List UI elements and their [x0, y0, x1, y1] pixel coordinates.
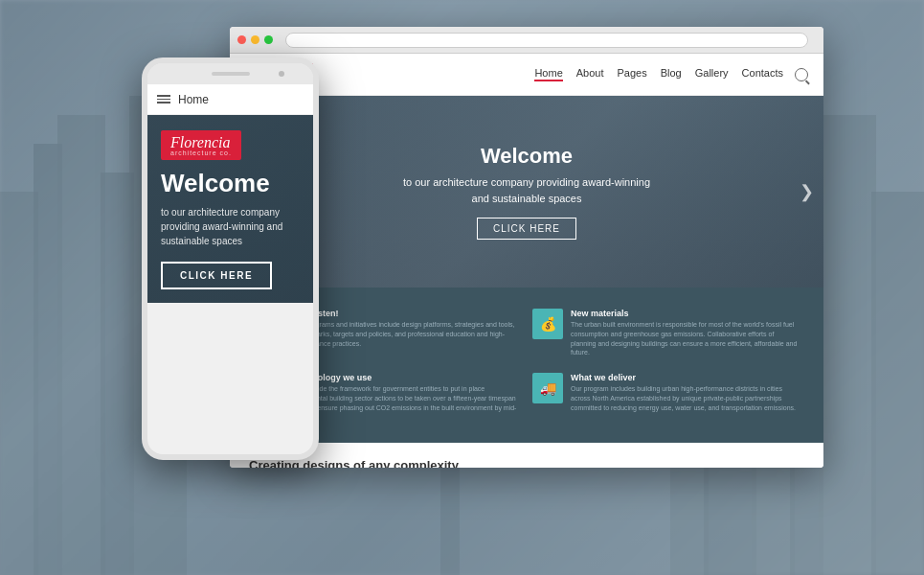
site-nav: Florencia Home About Pages Blog Gallery …	[230, 54, 823, 96]
features-grid: 📢 Just listen! Our programs and initiati…	[230, 288, 823, 443]
mobile-camera	[279, 71, 284, 77]
browser-close-dot[interactable]	[237, 35, 246, 44]
feature-desc-1: The urban built environment is responsib…	[571, 320, 799, 357]
search-icon[interactable]	[795, 68, 808, 81]
hero-section: ❮ Welcome to our architecture company pr…	[230, 96, 823, 288]
nav-contacts[interactable]: Contacts	[742, 67, 783, 81]
nav-home[interactable]: Home	[534, 67, 562, 81]
about-section: Creating designs of any complexity With …	[230, 443, 823, 468]
mobile-speaker	[212, 72, 250, 76]
mobile-hero-title: Welcome	[161, 170, 300, 197]
mobile-logo-box: Florencia architecture co.	[161, 130, 241, 160]
mobile-cta-button[interactable]: CLICK HERE	[161, 262, 272, 289]
desktop-mockup: Florencia Home About Pages Blog Gallery …	[230, 27, 823, 468]
browser-maximize-dot[interactable]	[264, 35, 273, 44]
svg-rect-4	[57, 115, 105, 575]
feature-desc-2: We provide the framework for government …	[293, 384, 521, 422]
hero-cta-button[interactable]: CLICK HERE	[477, 218, 576, 240]
nav-pages[interactable]: Pages	[618, 67, 647, 81]
hamburger-menu-icon[interactable]	[157, 95, 170, 104]
nav-blog[interactable]: Blog	[661, 67, 682, 81]
hero-next-button[interactable]: ❯	[800, 181, 814, 202]
feature-title-0: Just listen!	[293, 309, 521, 318]
mobile-hero: Florencia architecture co. Welcome to ou…	[147, 115, 313, 303]
site-content: Florencia Home About Pages Blog Gallery …	[230, 54, 823, 468]
svg-rect-5	[101, 172, 134, 575]
hero-title: Welcome	[481, 144, 573, 169]
nav-about[interactable]: About	[576, 67, 604, 81]
feature-item-3: 🚚 What we deliver Our program includes b…	[527, 365, 804, 429]
mobile-nav-title: Home	[178, 93, 209, 106]
about-title: Creating designs of any complexity	[249, 458, 661, 468]
mobile-notch	[147, 63, 313, 84]
nav-links: Home About Pages Blog Gallery Contacts	[534, 67, 783, 81]
browser-url-bar[interactable]	[285, 33, 808, 48]
svg-rect-11	[819, 115, 876, 575]
svg-rect-2	[0, 192, 38, 575]
truck-icon: 🚚	[532, 373, 563, 403]
mobile-logo: Florencia	[170, 134, 231, 150]
mobile-mockup: Home Florencia architecture co. Welcome …	[142, 58, 319, 460]
feature-text-0: Just listen! Our programs and initiative…	[293, 309, 521, 348]
svg-rect-12	[871, 192, 924, 575]
mobile-logo-sub: architecture co.	[170, 150, 232, 156]
browser-chrome	[230, 27, 823, 54]
feature-text-1: New materials The urban built environmen…	[571, 309, 799, 357]
feature-desc-3: Our program includes building urban high…	[571, 384, 799, 412]
feature-title-1: New materials	[571, 309, 799, 318]
money-icon: 💰	[532, 309, 563, 339]
feature-text-3: What we deliver Our program includes bui…	[571, 373, 799, 412]
feature-title-2: Technology we use	[293, 373, 521, 382]
feature-item-1: 💰 New materials The urban built environm…	[527, 301, 804, 365]
nav-gallery[interactable]: Gallery	[695, 67, 729, 81]
about-text: Creating designs of any complexity With …	[249, 458, 661, 468]
feature-title-3: What we deliver	[571, 373, 799, 382]
feature-desc-0: Our programs and initiatives include des…	[293, 320, 521, 348]
feature-text-2: Technology we use We provide the framewo…	[293, 373, 521, 422]
hero-subtitle: to our architecture company providing aw…	[403, 174, 650, 206]
browser-minimize-dot[interactable]	[251, 35, 259, 44]
mobile-nav-bar: Home	[147, 84, 313, 115]
mobile-hero-subtitle: to our architecture company providing aw…	[161, 205, 300, 248]
